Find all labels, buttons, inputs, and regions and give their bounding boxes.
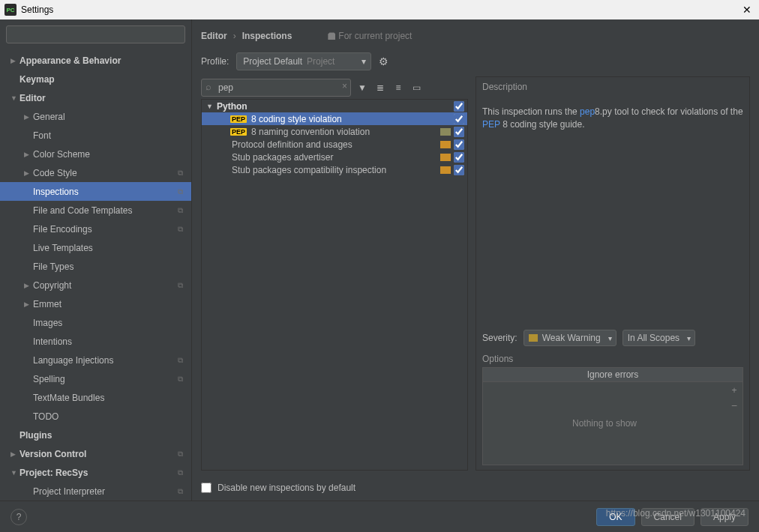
options-column-header: Ignore errors: [483, 368, 742, 382]
sidebar-search-wrap: [6, 25, 185, 43]
scope-dropdown[interactable]: In All Scopes: [622, 330, 695, 346]
chevron-icon: ▶: [24, 113, 33, 121]
inspection-item[interactable]: Stub packages compatibility inspection: [202, 163, 467, 176]
sidebar-item-file-types[interactable]: ▶ File Types: [0, 257, 191, 276]
inspection-checkbox[interactable]: [454, 152, 464, 163]
chevron-icon: ▼: [10, 94, 20, 102]
sidebar-item-keymap[interactable]: ▶ Keymap: [0, 70, 191, 88]
cancel-button[interactable]: Cancel: [641, 508, 694, 526]
severity-dropdown[interactable]: Weak Warning: [524, 330, 616, 346]
inspection-checkbox[interactable]: [454, 165, 464, 175]
sidebar-item-font[interactable]: ▶ Font: [0, 126, 191, 145]
sidebar-item-copyright[interactable]: ▶ Copyright ⧉: [0, 276, 191, 294]
profile-row: Profile: Project Default Project ⚙: [201, 46, 750, 76]
settings-content: Editor › Inspections For current project…: [192, 19, 759, 501]
sidebar-item-images[interactable]: ▶ Images: [0, 313, 191, 332]
sidebar-search-input[interactable]: [6, 25, 185, 43]
sidebar-item-project-interpreter[interactable]: ▶ Project Interpreter ⧉: [0, 482, 191, 501]
project-scope-icon: ⧉: [178, 468, 191, 477]
sidebar-item-label: Copyright: [33, 280, 178, 291]
sidebar-item-appearance-behavior[interactable]: ▶ Appearance & Behavior: [0, 51, 191, 70]
sidebar-item-code-style[interactable]: ▶ Code Style ⧉: [0, 163, 191, 182]
inspection-label: Protocol definition and usages: [230, 139, 440, 150]
inspection-group-python[interactable]: ▼ Python: [202, 100, 467, 112]
inspection-item[interactable]: PEP 8 coding style violation: [202, 112, 467, 125]
help-icon[interactable]: ?: [10, 509, 27, 525]
inspection-details: Description This inspection runs the pep…: [476, 76, 750, 471]
expand-icon[interactable]: ≣: [374, 82, 387, 93]
sidebar-item-emmet[interactable]: ▶ Emmet: [0, 294, 191, 313]
sidebar-item-inspections[interactable]: ▶ Inspections ⧉: [0, 182, 191, 201]
sidebar-item-label: Language Injections: [33, 355, 178, 366]
sidebar-item-label: File and Code Templates: [33, 205, 178, 216]
sidebar-item-color-scheme[interactable]: ▶ Color Scheme: [0, 145, 191, 163]
severity-swatch: [440, 141, 451, 148]
severity-swatch: [440, 128, 451, 136]
sidebar-item-label: Version Control: [20, 449, 178, 459]
apply-button[interactable]: Apply: [700, 508, 748, 526]
inspection-checkbox[interactable]: [454, 127, 464, 137]
collapse-icon[interactable]: ≡: [392, 82, 405, 93]
options-label: Options: [482, 354, 743, 364]
sidebar-item-label: Intentions: [33, 336, 191, 347]
sidebar-item-version-control[interactable]: ▶ Version Control ⧉: [0, 444, 191, 463]
sidebar-item-editor[interactable]: ▼ Editor: [0, 88, 191, 107]
sidebar-item-label: Plugins: [20, 430, 191, 441]
clear-icon[interactable]: ×: [342, 81, 347, 91]
sidebar-item-label: Project Interpreter: [33, 486, 178, 497]
inspection-item[interactable]: PEP 8 naming convention violation: [202, 125, 467, 138]
profile-dropdown[interactable]: Project Default Project: [236, 52, 371, 70]
sidebar-item-language-injections[interactable]: ▶ Language Injections ⧉: [0, 351, 191, 369]
add-icon[interactable]: +: [731, 385, 736, 396]
chevron-icon: ▶: [10, 57, 20, 64]
reset-icon[interactable]: ▭: [410, 82, 423, 93]
inspection-checkbox[interactable]: [454, 114, 464, 124]
sidebar-item-live-templates[interactable]: ▶ Live Templates: [0, 238, 191, 257]
gear-icon[interactable]: ⚙: [379, 55, 388, 67]
settings-tree[interactable]: ▶ Appearance & Behavior ▶ Keymap ▼ Edito…: [0, 49, 191, 501]
inspection-search-input[interactable]: [201, 79, 351, 97]
severity-swatch: [529, 334, 538, 342]
project-scope-icon: ⧉: [178, 225, 191, 234]
severity-row: Severity: Weak Warning In All Scopes: [482, 327, 743, 349]
project-icon: [328, 32, 335, 40]
options-empty: Nothing to show: [483, 382, 726, 465]
inspection-item[interactable]: Protocol definition and usages: [202, 138, 467, 151]
remove-icon[interactable]: –: [732, 400, 737, 411]
project-scope-icon: ⧉: [178, 450, 191, 459]
sidebar-item-todo[interactable]: ▶ TODO: [0, 407, 191, 426]
chevron-down-icon: ▼: [206, 103, 215, 110]
app-icon: PC: [4, 4, 16, 16]
inspection-checkbox[interactable]: [454, 139, 464, 150]
sidebar-item-label: TextMate Bundles: [33, 393, 191, 403]
project-scope-icon: ⧉: [178, 487, 191, 496]
sidebar-item-textmate-bundles[interactable]: ▶ TextMate Bundles: [0, 388, 191, 407]
sidebar-item-spelling[interactable]: ▶ Spelling ⧉: [0, 369, 191, 388]
ok-button[interactable]: OK: [596, 508, 634, 526]
inspection-tree[interactable]: ▼ Python PEP 8 coding style violation PE…: [201, 99, 468, 471]
titlebar: PC Settings ✕: [0, 0, 759, 19]
sidebar-item-plugins[interactable]: ▶ Plugins: [0, 426, 191, 444]
disable-new-checkbox[interactable]: [201, 483, 212, 493]
inspection-item[interactable]: Stub packages advertiser: [202, 151, 467, 163]
severity-swatch: [440, 154, 451, 161]
close-icon[interactable]: ✕: [740, 4, 754, 16]
chevron-right-icon: ›: [233, 31, 236, 41]
filter-icon[interactable]: ▼: [356, 82, 369, 93]
window-title: Settings: [21, 4, 740, 15]
profile-label: Profile:: [201, 56, 229, 67]
crumb-inspections: Inspections: [242, 31, 292, 41]
crumb-editor[interactable]: Editor: [201, 31, 227, 41]
sidebar-item-label: File Types: [33, 262, 191, 272]
sidebar-item-project-recsys[interactable]: ▼ Project: RecSys ⧉: [0, 463, 191, 482]
sidebar-item-file-encodings[interactable]: ▶ File Encodings ⧉: [0, 220, 191, 238]
sidebar-item-label: Emmet: [33, 299, 191, 309]
severity-label: Severity:: [482, 333, 518, 343]
sidebar-item-file-and-code-templates[interactable]: ▶ File and Code Templates ⧉: [0, 201, 191, 220]
group-checkbox[interactable]: [454, 101, 464, 112]
description-text: This inspection runs the pep8.py tool to…: [482, 106, 743, 131]
sidebar-item-intentions[interactable]: ▶ Intentions: [0, 332, 191, 351]
sidebar-item-general[interactable]: ▶ General: [0, 107, 191, 126]
options-table: Ignore errors Nothing to show + –: [482, 367, 743, 465]
disable-new-label: Disable new inspections by default: [218, 483, 356, 493]
